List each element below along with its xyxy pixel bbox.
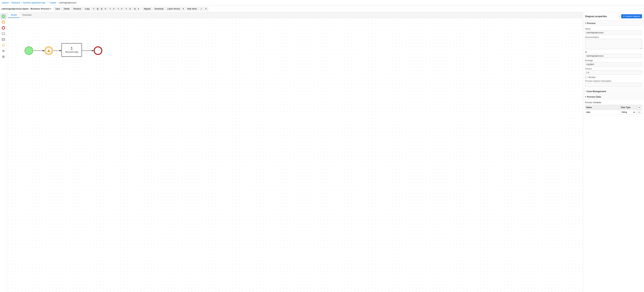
adhoc-checkbox[interactable]	[585, 76, 587, 78]
svg-rect-5	[2, 39, 5, 41]
version-input[interactable]	[585, 71, 642, 75]
process-section-label: Process	[587, 22, 596, 25]
sep4: »	[57, 2, 58, 4]
redo-group: ↪ ▾	[116, 7, 124, 11]
cut-paste-group: ✂ ⊡	[124, 7, 132, 11]
rename-button[interactable]: Rename	[72, 7, 82, 11]
file-title: catchsignalprocess.bpmn - Business Proce…	[1, 8, 51, 10]
svg-marker-7	[2, 44, 5, 47]
sep3: »	[46, 2, 48, 4]
process-data-section-label: Process Data	[587, 96, 601, 98]
subprocess-tool[interactable]	[1, 37, 6, 42]
documentation-label: Documentation	[585, 36, 642, 39]
svg-point-3	[2, 27, 5, 29]
hide-alerts-button[interactable]: Hide Alerts	[186, 7, 198, 11]
breadcrumb-myspace[interactable]: MySpace	[12, 2, 20, 4]
redo-button[interactable]: ↪	[116, 7, 120, 11]
right-panel: Diagram properties › 👁 Explore diagram ▾…	[583, 12, 644, 292]
grid-icon-btn[interactable]: ⊞	[96, 7, 100, 11]
var-name-input[interactable]	[586, 111, 619, 114]
cut-button[interactable]: ✂	[124, 7, 128, 11]
case-management-section-header[interactable]: › Case Management	[583, 89, 644, 94]
data-tool[interactable]	[1, 48, 6, 54]
process-section-content: Name Documentation ID Package Version Ad…	[583, 26, 644, 89]
table-row: String Integer Boolean Float Object ✕	[585, 110, 642, 115]
left-toolbar	[0, 12, 7, 292]
branch-icon: ⑂	[48, 2, 50, 4]
tab-model[interactable]: Model	[8, 12, 20, 18]
user-task[interactable]: Received data	[62, 43, 82, 57]
svg-rect-4	[2, 33, 5, 35]
pencil-icon-btn[interactable]: ✎	[92, 7, 96, 11]
latest-version-button[interactable]: Latest Version	[166, 7, 182, 11]
breadcrumb-master[interactable]: master	[50, 2, 56, 4]
zoom-out-btn[interactable]: ⊟	[133, 7, 137, 11]
zoom-group: ⊟ ▾	[133, 7, 140, 11]
name-input[interactable]	[585, 31, 642, 35]
var-name-header: Name	[585, 105, 620, 110]
documentation-textarea[interactable]	[585, 39, 642, 49]
intermediate-event-tool[interactable]	[1, 19, 6, 25]
delete-variable-button[interactable]: ✕	[637, 111, 641, 114]
version-label: Version	[585, 68, 642, 70]
version-dropdown[interactable]: ▾	[182, 7, 185, 11]
intermediate-inner	[46, 48, 52, 54]
tab-overview[interactable]: Overview	[20, 12, 34, 18]
canvas-tabs: Model Overview	[7, 12, 583, 18]
main-layout: Model Overview	[0, 12, 644, 292]
settings-tool[interactable]	[1, 54, 6, 60]
add-variable-button[interactable]: +	[638, 106, 641, 109]
canvas[interactable]: Received data	[7, 18, 583, 292]
var-datatype-select[interactable]: String Integer Boolean Float Object	[620, 111, 636, 114]
task-tool[interactable]	[1, 31, 6, 36]
copy-button[interactable]: Copy	[83, 7, 91, 11]
start-event-tool[interactable]	[1, 14, 6, 19]
canvas-area: Model Overview	[7, 12, 583, 292]
package-label: Package	[585, 59, 642, 62]
panel-toggle-button[interactable]: ›	[618, 14, 620, 19]
start-event[interactable]	[25, 46, 33, 55]
explore-diagram-button[interactable]: 👁 Explore diagram	[621, 14, 642, 18]
paste-button[interactable]: ⊡	[128, 7, 132, 11]
process-instance-desc-input[interactable]	[585, 83, 642, 87]
delete-button[interactable]: Delete	[62, 7, 71, 11]
gateway-tool[interactable]	[1, 43, 6, 48]
breadcrumb-spaces[interactable]: Spaces	[2, 2, 9, 4]
chevron-down-icon: ▾	[585, 22, 586, 24]
end-event-tool[interactable]	[1, 25, 6, 31]
migrate-button[interactable]: Migrate	[142, 7, 152, 11]
title-dropdown-icon[interactable]: ▾	[50, 8, 51, 10]
breadcrumb-kjar[interactable]: business-application-kjar	[23, 2, 45, 4]
fullscreen-button[interactable]: ⤢	[199, 7, 203, 11]
redo-dropdown[interactable]: ▾	[120, 7, 123, 11]
undo-button[interactable]: ↩	[108, 7, 112, 11]
undo-dropdown[interactable]: ▾	[112, 7, 115, 11]
process-variables-table: Name Data Type + String Integer	[585, 105, 642, 115]
process-section-header[interactable]: ▾ Process	[583, 21, 644, 26]
id-input[interactable]	[585, 54, 642, 58]
download-button[interactable]: Download	[153, 7, 165, 11]
intermediate-event[interactable]	[44, 46, 53, 55]
svg-point-11	[3, 56, 4, 57]
toolbar: catchsignalprocess.bpmn - Business Proce…	[0, 6, 644, 12]
layout-icon-btn[interactable]: ⊟	[100, 7, 104, 11]
svg-point-2	[2, 21, 4, 23]
zoom-in-btn[interactable]: ▾	[137, 7, 140, 11]
name-label: Name	[585, 28, 642, 30]
package-input[interactable]	[585, 62, 642, 66]
arrows-svg	[7, 18, 583, 292]
refresh-icon-btn[interactable]: ↻	[104, 7, 107, 11]
end-event[interactable]	[94, 46, 102, 55]
close-button[interactable]: ✕	[204, 7, 208, 11]
save-button[interactable]: Save	[54, 7, 62, 11]
case-management-section-label: Case Management	[586, 90, 606, 93]
process-data-section-header[interactable]: ▾ Process Data	[583, 94, 644, 100]
breadcrumb-current: catchsignalprocess	[59, 2, 76, 4]
bpmn-container: Received data	[7, 18, 583, 292]
process-variables-label: Process Variables	[585, 101, 601, 104]
right-panel-header: Diagram properties › 👁 Explore diagram	[583, 12, 644, 21]
sep2: »	[21, 2, 22, 4]
icon-btn-group: ✎ ⊞ ⊟ ↻	[92, 7, 108, 11]
chevron-right-icon: ›	[585, 90, 586, 92]
process-instance-desc-label: Process Instance Description	[585, 80, 642, 82]
